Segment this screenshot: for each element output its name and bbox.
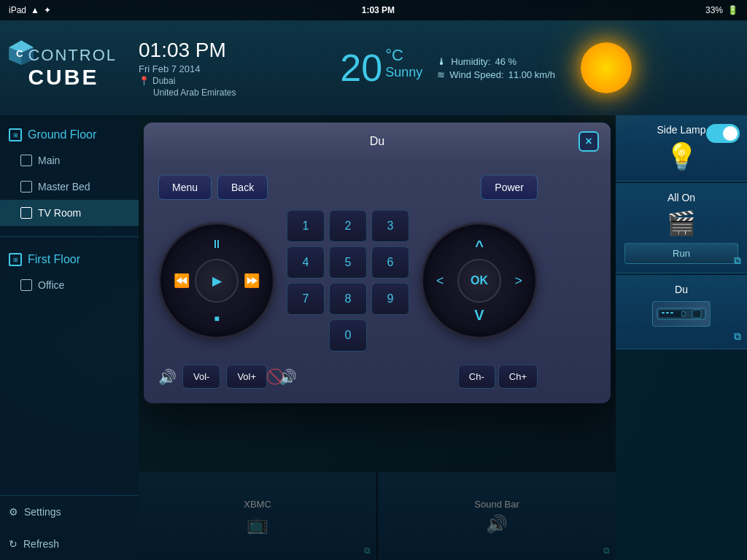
toggle-knob bbox=[723, 126, 738, 141]
brand-text: CONTROL CUBE bbox=[28, 46, 117, 90]
nav-dpad: ^ < OK > V bbox=[421, 222, 538, 339]
settings-button[interactable]: ⚙ Settings bbox=[0, 496, 139, 528]
sidebar-item-tvroom[interactable]: TV Room bbox=[0, 200, 139, 226]
nav-ok-button[interactable]: OK bbox=[457, 259, 501, 303]
all-on-card: All On 🎬 Run ⧉ bbox=[616, 183, 747, 273]
num-8-button[interactable]: 8 bbox=[329, 283, 367, 315]
weather-details: 🌡 Humidity: 46 % ≋ Wind Speed: 11.00 km/… bbox=[437, 54, 555, 82]
first-floor-text: First Floor bbox=[28, 253, 80, 266]
du-title: Du bbox=[675, 284, 688, 295]
volume-icon: 🔊 bbox=[158, 368, 177, 386]
play-button[interactable]: ▶ bbox=[195, 259, 239, 303]
current-time: 01:03 PM bbox=[139, 39, 236, 62]
num-4-button[interactable]: 4 bbox=[287, 246, 325, 279]
power-button[interactable]: Power bbox=[481, 175, 538, 200]
wind-value: 11.00 km/h bbox=[508, 69, 555, 80]
side-lamp-title: Side Lamp bbox=[657, 124, 706, 136]
mute-icon[interactable]: 🔊 ⃠ bbox=[279, 368, 297, 386]
du-link-icon[interactable]: ⧉ bbox=[734, 330, 741, 343]
num-5-button[interactable]: 5 bbox=[329, 246, 367, 279]
numpad-zero-row: 0 bbox=[287, 319, 409, 351]
weather-icon-area bbox=[570, 31, 643, 104]
playback-dpad: ⏸ ⏪ ▶ ⏩ ■ bbox=[158, 222, 275, 339]
clapperboard-icon: 🎬 bbox=[667, 209, 696, 237]
nav-up-button[interactable]: ^ bbox=[475, 238, 484, 254]
sidebar-divider bbox=[0, 236, 139, 237]
city: Dubai bbox=[152, 76, 175, 86]
ch-minus-button[interactable]: Ch- bbox=[458, 365, 495, 389]
side-lamp-card: Side Lamp 💡 bbox=[616, 115, 747, 182]
ch-plus-button[interactable]: Ch+ bbox=[498, 365, 538, 389]
svg-rect-6 bbox=[659, 311, 681, 317]
nav-down-button[interactable]: V bbox=[474, 307, 484, 324]
num-1-button[interactable]: 1 bbox=[287, 210, 325, 242]
num-0-button[interactable]: 0 bbox=[329, 319, 367, 351]
stop-button[interactable]: ■ bbox=[214, 314, 219, 324]
tvroom-icon bbox=[20, 207, 32, 219]
remote-top-buttons: Menu Back Power bbox=[158, 175, 538, 200]
all-on-title: All On bbox=[667, 192, 695, 203]
first-floor-section: ⊞ First Floor Office bbox=[0, 240, 139, 306]
vol-plus-button[interactable]: Vol+ bbox=[226, 365, 267, 389]
refresh-button[interactable]: ↻ Refresh bbox=[0, 528, 139, 560]
menu-button[interactable]: Menu bbox=[158, 175, 212, 200]
status-bar: iPad ▲ ✦ 1:03 PM 33% 🔋 bbox=[0, 0, 747, 20]
weather-unit: °C bbox=[385, 46, 422, 65]
battery-label: 33% bbox=[705, 5, 723, 15]
pin-icon: 📍 bbox=[139, 76, 150, 86]
thermometer-icon: 🌡 bbox=[437, 56, 446, 67]
back-button[interactable]: Back bbox=[217, 175, 268, 200]
modal-header: Du × bbox=[144, 122, 611, 160]
svg-rect-7 bbox=[692, 310, 701, 318]
humidity-value: 46 % bbox=[495, 56, 516, 67]
rewind-button[interactable]: ⏪ bbox=[174, 273, 190, 289]
modal-overlay: Du × Menu Back Power bbox=[139, 115, 616, 560]
vol-row: 🔊 Vol- Vol+ 🔊 ⃠ Ch- Ch+ bbox=[158, 365, 538, 389]
settings-icon: ⚙ bbox=[9, 506, 18, 518]
num-6-button[interactable]: 6 bbox=[371, 246, 409, 279]
nav-right-button[interactable]: > bbox=[514, 273, 522, 289]
status-right: 33% 🔋 bbox=[705, 5, 738, 15]
sidebar-item-main[interactable]: Main bbox=[0, 147, 139, 174]
location: 📍 Dubai bbox=[139, 76, 236, 86]
sun-icon bbox=[581, 42, 632, 93]
weather-area: 20 °C Sunny 🌡 Humidity: 46 % ≋ Wind Spee… bbox=[236, 31, 747, 104]
refresh-icon: ↻ bbox=[9, 538, 18, 550]
nav-left-button[interactable]: < bbox=[436, 273, 444, 289]
lamp-icon: 💡 bbox=[665, 141, 698, 172]
wind-icon: ≋ bbox=[437, 69, 445, 80]
svg-rect-9 bbox=[662, 312, 665, 314]
first-floor-label: ⊞ First Floor bbox=[0, 247, 139, 272]
num-3-button[interactable]: 3 bbox=[371, 210, 409, 242]
status-left: iPad ▲ ✦ bbox=[9, 5, 51, 15]
refresh-label: Refresh bbox=[23, 538, 59, 550]
country: United Arab Emirates bbox=[139, 88, 236, 98]
office-icon bbox=[20, 279, 32, 291]
weather-temp: 20 bbox=[340, 46, 382, 90]
first-floor-icon: ⊞ bbox=[9, 253, 22, 266]
num-7-button[interactable]: 7 bbox=[287, 283, 325, 315]
sidebar-item-masterbed[interactable]: Master Bed bbox=[0, 174, 139, 200]
modal-body: Menu Back Power ⏸ ⏪ ▶ ⏩ bbox=[144, 160, 611, 403]
num-2-button[interactable]: 2 bbox=[329, 210, 367, 242]
sidebar-item-office[interactable]: Office bbox=[0, 272, 139, 298]
signal-icon: ✦ bbox=[44, 5, 51, 15]
allOn-link-icon[interactable]: ⧉ bbox=[734, 254, 741, 267]
lamp-toggle[interactable] bbox=[706, 124, 740, 143]
ground-floor-text: Ground Floor bbox=[28, 128, 96, 141]
num-9-button[interactable]: 9 bbox=[371, 283, 409, 315]
main-room-label: Main bbox=[38, 155, 60, 166]
pause-button[interactable]: ⏸ bbox=[211, 238, 222, 251]
weather-condition: Sunny bbox=[385, 65, 422, 80]
run-button[interactable]: Run bbox=[624, 243, 738, 264]
fastforward-button[interactable]: ⏩ bbox=[244, 273, 260, 289]
vol-minus-button[interactable]: Vol- bbox=[182, 365, 220, 389]
brand-control: CONTROL bbox=[28, 46, 117, 65]
battery-icon: 🔋 bbox=[727, 5, 738, 15]
content-area: XBMC 📺 ⧉ Sound Bar 🔊 ⧉ Du × bbox=[139, 115, 616, 560]
modal-close-button[interactable]: × bbox=[578, 131, 599, 152]
current-date: Fri Feb 7 2014 bbox=[139, 63, 236, 74]
channel-group: Ch- Ch+ bbox=[458, 365, 538, 389]
svg-text:C: C bbox=[16, 48, 23, 59]
country-name: United Arab Emirates bbox=[153, 88, 236, 98]
